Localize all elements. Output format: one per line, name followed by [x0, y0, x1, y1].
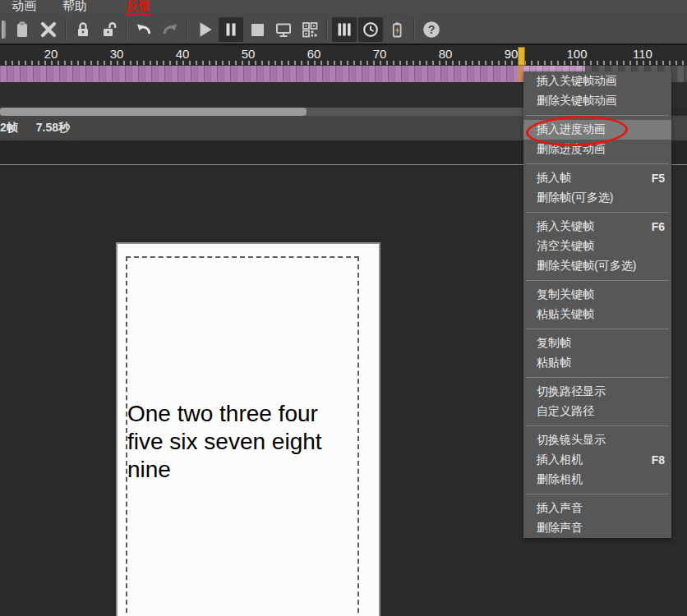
menu-item-clear-keyframe[interactable]: 清空关键帧: [523, 237, 671, 256]
menu-bar: 动画 帮助 反馈: [0, 0, 687, 15]
keyframe-track-filled[interactable]: [0, 66, 518, 82]
delete-x-icon: [39, 21, 58, 39]
menu-animation[interactable]: 动画: [12, 0, 36, 14]
menu-separator: [526, 115, 669, 116]
unlock-icon: [100, 21, 118, 39]
timeline-scrollbar[interactable]: [0, 108, 523, 116]
battery-icon: [388, 21, 406, 39]
qr-code-button[interactable]: [297, 17, 322, 42]
screen-icon: [274, 21, 293, 39]
ruler-label: 30: [100, 47, 133, 61]
menu-item-toggle-path-display[interactable]: 切换路径显示: [523, 382, 671, 402]
help-icon: ?: [422, 20, 441, 39]
menu-item-delete-keyframe-multi[interactable]: 删除关键帧(可多选): [523, 256, 671, 276]
ruler-label: 20: [35, 47, 67, 61]
ruler-label: 70: [363, 47, 396, 61]
menu-item-delete-sound[interactable]: 删除声音: [523, 518, 671, 538]
undo-icon: [135, 21, 153, 39]
toolbar-separator: [126, 19, 127, 40]
present-button[interactable]: [271, 17, 296, 42]
menu-item-insert-camera[interactable]: 插入相机F8: [523, 450, 671, 470]
menu-separator: [526, 329, 669, 329]
menu-item-delete-keyframe-animation[interactable]: 删除关键帧动画: [523, 91, 671, 111]
scrollbar-thumb[interactable]: [0, 108, 307, 116]
paste-icon: [13, 21, 31, 39]
menu-item-paste-keyframe[interactable]: 粘贴关键帧: [523, 305, 671, 324]
menu-separator: [526, 377, 669, 378]
toolbar: ?: [0, 15, 687, 45]
animation-editor-window: 动画 帮助 反馈: [0, 0, 687, 616]
ruler-label: 50: [232, 47, 265, 61]
stop-icon: [248, 21, 266, 39]
menu-item-toggle-camera-display[interactable]: 切换镜头显示: [523, 430, 671, 450]
toolbar-separator: [65, 19, 67, 40]
play-icon: [195, 20, 214, 39]
duration: 7.58秒: [36, 121, 70, 136]
menu-item-delete-progress-animation[interactable]: 删除进度动画: [523, 140, 671, 159]
menu-item-paste-frame[interactable]: 粘贴帧: [523, 353, 671, 373]
page-text-block[interactable]: One two three four five six seven eight …: [127, 400, 367, 484]
context-menu: 插入关键帧动画 删除关键帧动画 插入进度动画 删除进度动画 插入帧F5 删除帧(…: [523, 71, 671, 538]
menu-item-insert-frame[interactable]: 插入帧F5: [523, 168, 671, 188]
menu-item-insert-sound[interactable]: 插入声音: [523, 499, 671, 518]
battery-button[interactable]: [385, 17, 409, 42]
svg-text:?: ?: [428, 22, 436, 35]
timing-button[interactable]: [358, 17, 383, 42]
menu-item-copy-frame[interactable]: 复制帧: [523, 333, 671, 353]
text-line: nine: [127, 456, 367, 484]
menu-separator: [526, 425, 669, 426]
menu-separator: [526, 280, 669, 281]
menu-item-insert-keyframe[interactable]: 插入关键帧F6: [523, 217, 671, 237]
slide-page[interactable]: One two three four five six seven eight …: [116, 242, 380, 616]
timeline-ruler[interactable]: 20 30 40 50 60 70 80 90 100 110: [0, 46, 687, 66]
clock-icon: [362, 21, 380, 39]
frame-count: 2帧: [0, 121, 18, 136]
lock-icon: [74, 21, 92, 39]
ruler-label: 40: [166, 47, 199, 61]
qr-code-icon: [301, 21, 319, 39]
columns-icon: [335, 21, 353, 39]
menu-item-copy-keyframe[interactable]: 复制关键帧: [523, 285, 671, 305]
ruler-ticks: [0, 61, 687, 65]
menu-separator: [526, 212, 669, 213]
pause-button[interactable]: [219, 17, 243, 42]
menu-item-delete-camera[interactable]: 删除相机: [523, 470, 671, 490]
playhead-marker[interactable]: [518, 47, 525, 66]
timeline-columns-button[interactable]: [332, 17, 357, 42]
play-button[interactable]: [192, 17, 217, 42]
menu-item-insert-keyframe-animation[interactable]: 插入关键帧动画: [523, 71, 671, 91]
text-line: five six seven eight: [127, 428, 367, 456]
menu-item-delete-frame-multi[interactable]: 删除帧(可多选): [523, 188, 671, 208]
ruler-label: 110: [626, 47, 659, 61]
delete-button[interactable]: [36, 17, 61, 42]
menu-help[interactable]: 帮助: [62, 0, 87, 14]
menu-separator: [526, 163, 669, 164]
redo-button[interactable]: [158, 17, 182, 42]
ruler-label: 80: [429, 47, 462, 61]
menu-feedback[interactable]: 反馈: [126, 0, 150, 16]
lock-button[interactable]: [71, 17, 95, 42]
text-line: One two three four: [127, 400, 367, 428]
menu-item-insert-progress-animation[interactable]: 插入进度动画: [523, 120, 671, 140]
paste-button[interactable]: [10, 17, 35, 42]
unlock-button[interactable]: [97, 17, 122, 42]
undo-button[interactable]: [131, 17, 156, 42]
redo-icon: [161, 21, 179, 39]
ruler-label: 100: [560, 47, 593, 61]
toolbar-separator: [326, 19, 328, 40]
stop-button[interactable]: [245, 17, 270, 42]
menu-item-custom-path[interactable]: 自定义路径: [523, 402, 671, 421]
pause-icon: [222, 21, 240, 39]
ruler-label: 60: [297, 47, 330, 61]
toolbar-separator: [413, 19, 415, 40]
clipped-icon: [2, 21, 6, 39]
help-button[interactable]: ?: [419, 17, 444, 42]
toolbar-separator: [187, 19, 188, 40]
menu-separator: [526, 494, 669, 494]
